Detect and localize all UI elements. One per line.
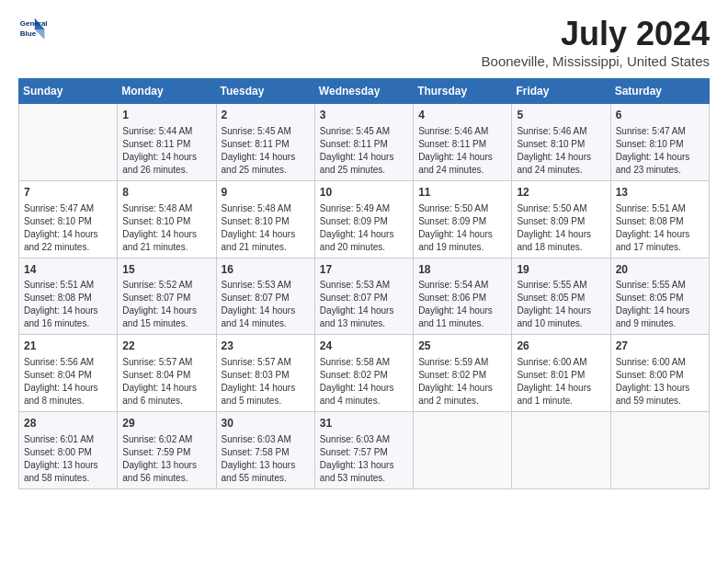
calendar-day-cell: [19, 104, 118, 181]
calendar-week-row: 1Sunrise: 5:44 AM Sunset: 8:11 PM Daylig…: [19, 104, 710, 181]
day-info: Sunrise: 6:01 AM Sunset: 8:00 PM Dayligh…: [24, 433, 112, 485]
day-number: 29: [122, 416, 210, 431]
day-info: Sunrise: 5:48 AM Sunset: 8:10 PM Dayligh…: [122, 202, 210, 254]
day-info: Sunrise: 6:00 AM Sunset: 8:00 PM Dayligh…: [616, 356, 704, 408]
day-info: Sunrise: 5:50 AM Sunset: 8:09 PM Dayligh…: [517, 202, 605, 254]
weekday-header-cell: Thursday: [414, 79, 512, 104]
weekday-header-cell: Saturday: [610, 79, 709, 104]
day-info: Sunrise: 6:03 AM Sunset: 7:57 PM Dayligh…: [320, 433, 408, 485]
logo: General Blue: [18, 15, 48, 44]
day-info: Sunrise: 5:50 AM Sunset: 8:09 PM Dayligh…: [418, 202, 506, 254]
calendar-day-cell: 28Sunrise: 6:01 AM Sunset: 8:00 PM Dayli…: [19, 412, 118, 489]
calendar-day-cell: 22Sunrise: 5:57 AM Sunset: 8:04 PM Dayli…: [118, 335, 216, 412]
calendar-day-cell: 20Sunrise: 5:55 AM Sunset: 8:05 PM Dayli…: [610, 258, 709, 335]
day-number: 19: [517, 262, 605, 278]
day-info: Sunrise: 5:45 AM Sunset: 8:11 PM Dayligh…: [320, 125, 408, 177]
day-number: 30: [222, 416, 310, 431]
calendar-day-cell: 17Sunrise: 5:53 AM Sunset: 8:07 PM Dayli…: [314, 258, 413, 335]
day-info: Sunrise: 5:55 AM Sunset: 8:05 PM Dayligh…: [616, 279, 704, 330]
day-number: 20: [616, 262, 704, 278]
day-info: Sunrise: 5:53 AM Sunset: 8:07 PM Dayligh…: [320, 279, 408, 330]
day-number: 27: [616, 339, 704, 354]
day-number: 12: [517, 185, 605, 201]
day-info: Sunrise: 5:46 AM Sunset: 8:10 PM Dayligh…: [517, 125, 605, 177]
day-number: 5: [517, 108, 605, 123]
calendar-day-cell: 8Sunrise: 5:48 AM Sunset: 8:10 PM Daylig…: [118, 180, 216, 258]
calendar-body: 1Sunrise: 5:44 AM Sunset: 8:11 PM Daylig…: [19, 104, 710, 489]
calendar-day-cell: 31Sunrise: 6:03 AM Sunset: 7:57 PM Dayli…: [314, 412, 413, 489]
calendar-day-cell: 14Sunrise: 5:51 AM Sunset: 8:08 PM Dayli…: [19, 258, 118, 335]
day-number: 2: [222, 108, 310, 123]
calendar-day-cell: 15Sunrise: 5:52 AM Sunset: 8:07 PM Dayli…: [118, 258, 216, 335]
weekday-header-cell: Tuesday: [216, 79, 314, 104]
day-info: Sunrise: 5:51 AM Sunset: 8:08 PM Dayligh…: [24, 279, 112, 330]
calendar-day-cell: 11Sunrise: 5:50 AM Sunset: 8:09 PM Dayli…: [414, 180, 512, 258]
day-number: 18: [418, 262, 506, 278]
month-title: July 2024: [482, 15, 710, 53]
day-info: Sunrise: 5:58 AM Sunset: 8:02 PM Dayligh…: [320, 356, 408, 408]
day-info: Sunrise: 6:03 AM Sunset: 7:58 PM Dayligh…: [222, 433, 310, 485]
day-info: Sunrise: 5:53 AM Sunset: 8:07 PM Dayligh…: [222, 279, 310, 330]
day-number: 13: [616, 185, 704, 201]
calendar-day-cell: 6Sunrise: 5:47 AM Sunset: 8:10 PM Daylig…: [610, 104, 709, 181]
day-info: Sunrise: 5:51 AM Sunset: 8:08 PM Dayligh…: [616, 202, 704, 254]
weekday-header-cell: Friday: [512, 79, 610, 104]
calendar-day-cell: 5Sunrise: 5:46 AM Sunset: 8:10 PM Daylig…: [512, 104, 610, 181]
calendar-day-cell: 25Sunrise: 5:59 AM Sunset: 8:02 PM Dayli…: [414, 335, 512, 412]
day-info: Sunrise: 5:52 AM Sunset: 8:07 PM Dayligh…: [122, 279, 210, 330]
day-number: 9: [222, 185, 310, 201]
day-number: 25: [418, 339, 506, 354]
day-number: 7: [24, 185, 112, 201]
calendar-day-cell: 1Sunrise: 5:44 AM Sunset: 8:11 PM Daylig…: [118, 104, 216, 181]
weekday-header-cell: Sunday: [19, 79, 118, 104]
day-number: 1: [122, 108, 210, 123]
calendar-day-cell: 4Sunrise: 5:46 AM Sunset: 8:11 PM Daylig…: [414, 104, 512, 181]
calendar-week-row: 28Sunrise: 6:01 AM Sunset: 8:00 PM Dayli…: [19, 412, 710, 489]
day-info: Sunrise: 5:57 AM Sunset: 8:04 PM Dayligh…: [122, 356, 210, 408]
day-info: Sunrise: 5:47 AM Sunset: 8:10 PM Dayligh…: [616, 125, 704, 177]
day-number: 28: [24, 416, 112, 431]
calendar-day-cell: 21Sunrise: 5:56 AM Sunset: 8:04 PM Dayli…: [19, 335, 118, 412]
day-info: Sunrise: 5:45 AM Sunset: 8:11 PM Dayligh…: [222, 125, 310, 177]
day-number: 6: [616, 108, 704, 123]
day-number: 22: [122, 339, 210, 354]
day-number: 3: [320, 108, 408, 123]
calendar-day-cell: 13Sunrise: 5:51 AM Sunset: 8:08 PM Dayli…: [610, 180, 709, 258]
calendar-day-cell: 30Sunrise: 6:03 AM Sunset: 7:58 PM Dayli…: [216, 412, 314, 489]
calendar-day-cell: 16Sunrise: 5:53 AM Sunset: 8:07 PM Dayli…: [216, 258, 314, 335]
day-info: Sunrise: 5:57 AM Sunset: 8:03 PM Dayligh…: [222, 356, 310, 408]
day-number: 4: [418, 108, 506, 123]
svg-text:Blue: Blue: [20, 29, 37, 38]
weekday-header-cell: Monday: [118, 79, 216, 104]
page-header: General Blue July 2024 Booneville, Missi…: [18, 15, 710, 69]
weekday-header-row: SundayMondayTuesdayWednesdayThursdayFrid…: [19, 79, 710, 104]
day-info: Sunrise: 6:02 AM Sunset: 7:59 PM Dayligh…: [122, 433, 210, 485]
calendar-day-cell: 3Sunrise: 5:45 AM Sunset: 8:11 PM Daylig…: [314, 104, 413, 181]
day-number: 21: [24, 339, 112, 354]
day-info: Sunrise: 5:59 AM Sunset: 8:02 PM Dayligh…: [418, 356, 506, 408]
day-number: 26: [517, 339, 605, 354]
day-number: 24: [320, 339, 408, 354]
calendar-week-row: 21Sunrise: 5:56 AM Sunset: 8:04 PM Dayli…: [19, 335, 710, 412]
calendar-day-cell: 10Sunrise: 5:49 AM Sunset: 8:09 PM Dayli…: [314, 180, 413, 258]
day-number: 16: [222, 262, 310, 278]
day-number: 15: [122, 262, 210, 278]
weekday-header-cell: Wednesday: [314, 79, 413, 104]
calendar-week-row: 7Sunrise: 5:47 AM Sunset: 8:10 PM Daylig…: [19, 180, 710, 258]
calendar-day-cell: 9Sunrise: 5:48 AM Sunset: 8:10 PM Daylig…: [216, 180, 314, 258]
day-number: 14: [24, 262, 112, 278]
calendar-day-cell: 2Sunrise: 5:45 AM Sunset: 8:11 PM Daylig…: [216, 104, 314, 181]
calendar-day-cell: 18Sunrise: 5:54 AM Sunset: 8:06 PM Dayli…: [414, 258, 512, 335]
day-number: 23: [222, 339, 310, 354]
day-info: Sunrise: 5:49 AM Sunset: 8:09 PM Dayligh…: [320, 202, 408, 254]
calendar-day-cell: 19Sunrise: 5:55 AM Sunset: 8:05 PM Dayli…: [512, 258, 610, 335]
calendar-day-cell: [610, 412, 709, 489]
calendar-day-cell: 7Sunrise: 5:47 AM Sunset: 8:10 PM Daylig…: [19, 180, 118, 258]
day-number: 8: [122, 185, 210, 201]
day-info: Sunrise: 5:54 AM Sunset: 8:06 PM Dayligh…: [418, 279, 506, 330]
calendar-week-row: 14Sunrise: 5:51 AM Sunset: 8:08 PM Dayli…: [19, 258, 710, 335]
location-title: Booneville, Mississippi, United States: [482, 53, 710, 69]
day-info: Sunrise: 5:46 AM Sunset: 8:11 PM Dayligh…: [418, 125, 506, 177]
calendar-day-cell: 26Sunrise: 6:00 AM Sunset: 8:01 PM Dayli…: [512, 335, 610, 412]
calendar-day-cell: 29Sunrise: 6:02 AM Sunset: 7:59 PM Dayli…: [118, 412, 216, 489]
